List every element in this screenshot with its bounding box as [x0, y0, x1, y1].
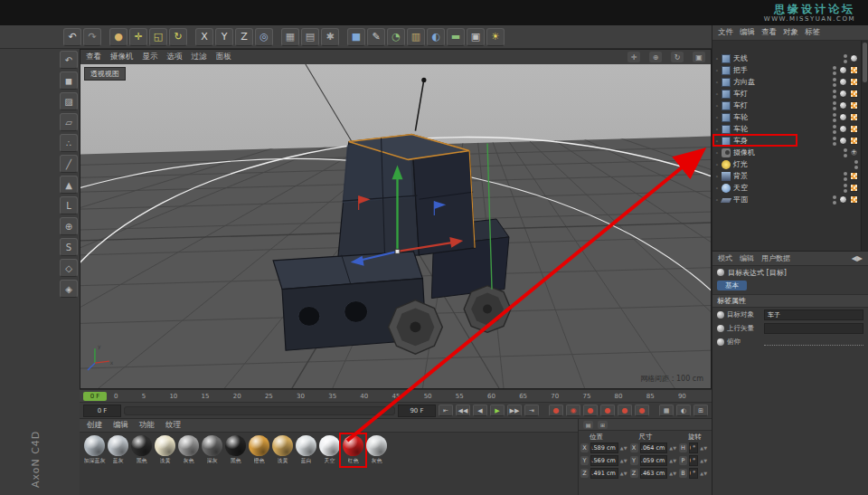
normal-mode-button[interactable]: ◇ [60, 259, 78, 277]
record-keyframe-button[interactable]: ● [549, 405, 563, 416]
headlight-right[interactable] [344, 301, 368, 323]
texture-tag-icon[interactable] [850, 195, 858, 204]
key-interpolation-linear-button[interactable]: ◐ [676, 405, 691, 416]
points-mode-button[interactable]: ∴ [60, 134, 78, 152]
rear-wheel[interactable] [464, 286, 511, 333]
texture-tag-icon[interactable] [850, 184, 858, 192]
target-object-value[interactable]: 车子 [764, 309, 863, 320]
timeline-ruler[interactable]: 0 F 051015202530354045505560657075808590 [80, 389, 712, 402]
material-sphere[interactable] [202, 435, 222, 456]
material-sphere[interactable] [155, 435, 175, 456]
material-item[interactable]: 蓝灰 [107, 435, 129, 465]
material-menu-create[interactable]: 创建 [87, 420, 102, 431]
material-item[interactable]: 深灰 [201, 435, 223, 465]
rotation-b-field[interactable]: 0 ° [689, 468, 698, 479]
texture-tag-icon[interactable] [850, 113, 858, 121]
material-menu-texture[interactable]: 纹理 [165, 420, 181, 431]
camera-object-button[interactable]: ▣ [467, 28, 485, 46]
viewport-menu-filter[interactable]: 过滤 [192, 52, 207, 62]
position-z-field[interactable]: 18.491 cm [590, 468, 618, 479]
floor-object-button[interactable]: ▬ [447, 28, 465, 46]
viewport-menu-options[interactable]: 选项 [167, 52, 183, 62]
primitive-cube-button[interactable]: ■ [347, 28, 365, 46]
previous-key-button[interactable]: ◀◀ [456, 405, 470, 416]
stepper[interactable]: ▲▼ [669, 471, 676, 475]
object-row-background[interactable]: ∘背景 [712, 170, 861, 182]
phong-tag-icon[interactable] [839, 195, 847, 204]
texture-tag-icon[interactable] [850, 90, 858, 98]
headlight-left[interactable] [298, 307, 320, 327]
light-object-button[interactable]: ☀ [486, 28, 505, 46]
model-mode-button[interactable]: ◼ [60, 71, 78, 90]
timeline-scrollbar[interactable] [124, 406, 395, 415]
material-menu-function[interactable]: 功能 [139, 420, 155, 431]
axis-mode-button[interactable]: L [60, 196, 78, 214]
stepper[interactable]: ▲▼ [620, 459, 627, 462]
material-sphere[interactable] [108, 435, 128, 456]
material-item[interactable]: 黑色 [130, 435, 153, 465]
position-y-field[interactable]: -46.569 cm [590, 455, 618, 466]
material-item[interactable]: 淡黄 [154, 435, 176, 465]
selected-tag-item[interactable]: 目标表达式 [目标] [712, 266, 868, 279]
material-sphere[interactable] [249, 435, 269, 456]
redo-button[interactable]: ↷ [83, 28, 101, 46]
edges-mode-button[interactable]: ╱ [60, 155, 78, 173]
visibility-toggles[interactable] [832, 195, 836, 205]
object-row-car-body-selected[interactable]: ∘车身 [712, 135, 861, 147]
object-row-steering-wheel[interactable]: ∘方向盘 [712, 76, 861, 88]
phong-tag-icon[interactable] [839, 137, 847, 145]
tab-edit[interactable]: 编辑 [740, 253, 754, 263]
position-x-field[interactable]: 39.589 cm [590, 443, 618, 453]
phong-tag-icon[interactable] [839, 101, 847, 109]
visibility-toggles[interactable] [832, 90, 836, 99]
phong-tag-icon[interactable] [839, 113, 847, 121]
om-menu-objects[interactable]: 对象 [783, 27, 798, 38]
lock-y-axis-button[interactable]: Y [215, 28, 233, 46]
boolean-generator-button[interactable]: ◐ [427, 28, 445, 46]
material-item[interactable]: 淡黄 [271, 435, 294, 465]
lock-x-axis-button[interactable]: X [195, 28, 213, 46]
rotate-tool-button[interactable]: ↻ [169, 28, 187, 46]
object-row-light[interactable]: ∘灯光 [712, 158, 861, 170]
rotation-h-field[interactable]: 0 ° [689, 443, 698, 453]
material-menu-edit[interactable]: 编辑 [113, 420, 128, 431]
tab-user-data[interactable]: 用户数据 [761, 253, 790, 263]
texture-tag-icon[interactable] [850, 66, 858, 74]
material-sphere[interactable] [319, 435, 340, 456]
render-settings-button[interactable]: ✱ [321, 28, 339, 46]
viewport-menu-cameras[interactable]: 摄像机 [110, 52, 134, 62]
rotation-p-field[interactable]: 0 ° [689, 455, 698, 466]
record-scale-button[interactable]: ● [600, 405, 615, 416]
material-item[interactable]: 黑色 [224, 435, 247, 465]
toggle-view-icon[interactable]: ▣ [693, 52, 705, 62]
phong-tag-icon[interactable] [839, 90, 847, 98]
visibility-toggles[interactable] [832, 66, 836, 75]
visibility-toggles[interactable] [832, 125, 836, 134]
object-row-sky[interactable]: ∘天空 [712, 182, 861, 194]
stepper[interactable]: ▲▼ [620, 471, 627, 475]
previous-frame-button[interactable]: ◀ [473, 405, 487, 416]
stepper[interactable]: ▲▼ [669, 446, 676, 450]
key-interpolation-spline-button[interactable]: ▦ [659, 405, 674, 416]
workplane-mode-button[interactable]: ▱ [60, 113, 78, 131]
object-manager-scrollbar[interactable] [861, 41, 868, 251]
up-vector-value[interactable] [764, 323, 863, 334]
magnet-tool-button[interactable]: ◈ [60, 280, 78, 298]
gizmo-center[interactable] [395, 249, 400, 253]
basic-tab-chip[interactable]: 基本 [717, 281, 747, 290]
object-row-headlight[interactable]: ∘车灯 [712, 100, 861, 111]
subdivision-surface-button[interactable]: ◔ [387, 28, 405, 46]
coords-lock-button[interactable]: ⊕ [60, 217, 78, 235]
visibility-toggles[interactable] [843, 184, 847, 193]
texture-tag-icon[interactable] [850, 101, 858, 109]
stepper[interactable]: ▲▼ [669, 459, 676, 462]
viewport-menu-panel[interactable]: 面板 [216, 52, 231, 62]
stepper[interactable]: ▲▼ [700, 459, 707, 462]
coordinates-grid-icon[interactable]: ⊞ [598, 421, 608, 429]
object-row-camera[interactable]: ∘摄像机+ [712, 147, 861, 158]
autokeying-button[interactable]: ◉ [566, 405, 580, 416]
tabs-nav-arrows[interactable]: ◀▶ [852, 254, 863, 262]
lock-z-axis-button[interactable]: Z [235, 28, 253, 46]
size-x-field[interactable]: 490.064 cm [640, 443, 668, 453]
start-frame-field[interactable]: 0 F [83, 405, 121, 417]
